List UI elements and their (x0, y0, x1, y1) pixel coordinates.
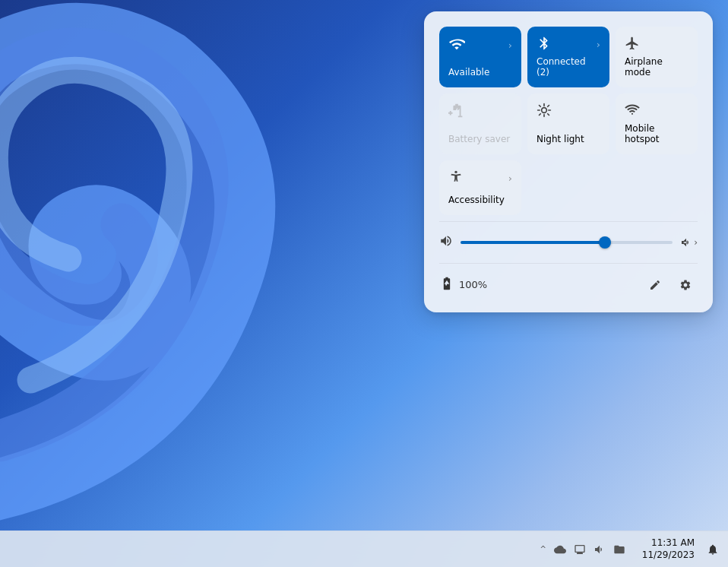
quick-settings-grid: › Available › Connected (2) (439, 27, 698, 215)
hotspot-label: Mobile hotspot (625, 123, 688, 145)
settings-button[interactable] (673, 273, 698, 297)
airplane-tile[interactable]: Airplane mode (616, 27, 698, 87)
svg-point-9 (454, 170, 457, 173)
bluetooth-tile[interactable]: › Connected (2) (527, 27, 609, 87)
volume-thumb[interactable] (599, 236, 611, 249)
hotspot-icon (625, 103, 640, 120)
battery-saver-icon (448, 103, 465, 122)
svg-line-8 (548, 105, 549, 106)
taskbar-date: 11/29/2023 (642, 550, 695, 562)
svg-point-0 (542, 107, 547, 112)
airplane-tile-top (625, 36, 688, 53)
wifi-label: Available (448, 67, 489, 78)
svg-line-5 (540, 105, 541, 106)
battery-percentage: 100% (459, 279, 487, 290)
battery-info: 100% (439, 276, 487, 294)
wifi-tile[interactable]: › Available (439, 27, 521, 87)
taskbar-datetime[interactable]: 11:31 AM 11/29/2023 (636, 536, 701, 562)
accessibility-icon (448, 169, 464, 187)
airplane-icon (625, 36, 640, 53)
volume-fill (461, 241, 605, 244)
accessibility-arrow: › (508, 173, 512, 184)
volume-expand-arrow: › (694, 237, 698, 248)
wifi-icon (448, 36, 465, 55)
quick-settings-bottom: 100% (439, 263, 698, 297)
volume-expand-button[interactable]: › (680, 236, 698, 249)
battery-saver-tile-top (448, 103, 512, 122)
notification-bell-icon[interactable] (704, 540, 722, 559)
quick-settings-panel: › Available › Connected (2) (424, 11, 713, 312)
volume-slider[interactable] (461, 235, 673, 250)
night-light-tile[interactable]: Night light (527, 93, 609, 154)
bottom-actions (643, 273, 698, 297)
hotspot-tile-top (625, 103, 688, 120)
edit-button[interactable] (643, 273, 667, 297)
accessibility-tile-top: › (448, 169, 512, 187)
svg-line-7 (540, 113, 541, 115)
accessibility-tile[interactable]: › Accessibility (439, 160, 521, 215)
accessibility-label: Accessibility (448, 195, 505, 205)
night-light-label: Night light (537, 134, 584, 144)
battery-saver-label: Battery saver (448, 134, 510, 144)
volume-taskbar-icon[interactable] (590, 540, 609, 559)
system-tray: ^ (532, 537, 632, 562)
bluetooth-arrow: › (597, 39, 600, 50)
hotspot-tile[interactable]: Mobile hotspot (616, 93, 698, 154)
display-icon[interactable] (571, 540, 589, 559)
taskbar: ^ 11:3 (0, 531, 728, 567)
cloud-icon[interactable] (551, 540, 569, 559)
volume-row: › (439, 221, 698, 257)
taskbar-time: 11:31 AM (651, 537, 695, 550)
svg-line-6 (548, 113, 549, 115)
battery-saver-tile[interactable]: Battery saver (439, 93, 521, 154)
night-light-tile-top (537, 103, 600, 120)
chevron-up-icon[interactable]: ^ (537, 542, 549, 556)
volume-icon (439, 234, 453, 251)
airplane-label: Airplane mode (625, 56, 688, 78)
battery-icon (439, 276, 454, 294)
bluetooth-tile-top: › (537, 36, 600, 53)
night-light-icon (537, 103, 552, 120)
windows-logo-swirl (0, 0, 319, 532)
taskbar-right-area: ^ 11:3 (532, 536, 722, 562)
volume-track (461, 241, 673, 244)
files-icon[interactable] (610, 540, 628, 559)
bluetooth-label: Connected (2) (537, 56, 600, 78)
bluetooth-icon (537, 36, 552, 53)
wifi-arrow: › (508, 40, 512, 51)
wifi-tile-top: › (448, 36, 512, 55)
